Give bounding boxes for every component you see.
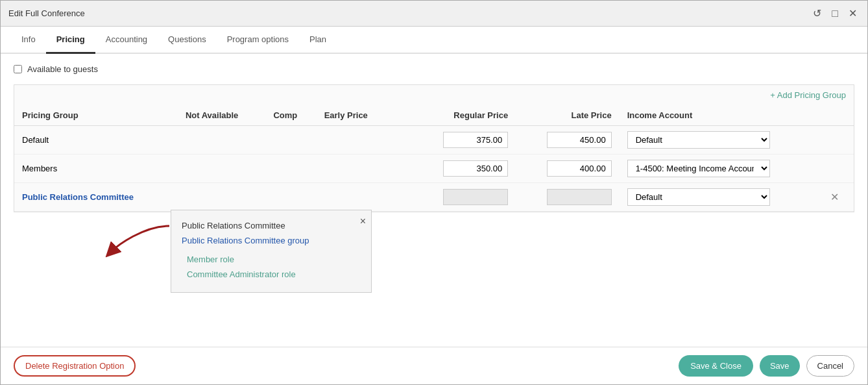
save-button[interactable]: Save	[760, 355, 800, 377]
col-early-price: Early Price	[317, 105, 392, 126]
col-comp: Comp	[265, 105, 316, 126]
dropdown-item[interactable]: Committee Administrator role	[182, 267, 361, 282]
pricing-group-name: Members	[14, 155, 178, 183]
tab-program-options[interactable]: Program options	[217, 27, 299, 54]
tab-pricing[interactable]: Pricing	[46, 27, 95, 54]
table-row: Public Relations Committee	[14, 183, 854, 212]
tab-info[interactable]: Info	[11, 27, 46, 54]
dropdown-close-button[interactable]: ×	[360, 216, 366, 227]
dropdown-item[interactable]: Public Relations Committee group	[182, 233, 361, 248]
col-regular-price: Regular Price	[413, 105, 516, 126]
regular-price-input[interactable]	[443, 132, 508, 148]
comp-cell	[265, 183, 316, 212]
title-bar: Edit Full Conference ↺ □ ✕	[1, 1, 867, 27]
dropdown-popup: × Public Relations Committee Public Rela…	[171, 210, 372, 293]
save-close-button[interactable]: Save & Close	[679, 355, 753, 377]
income-account-select[interactable]: Default	[627, 188, 770, 206]
income-account-cell: Default	[620, 126, 823, 155]
pricing-group-name: Default	[14, 126, 178, 155]
regular-price-cell	[413, 155, 516, 183]
col-income-account: Income Account	[620, 105, 823, 126]
row-actions	[823, 126, 854, 155]
add-pricing-group-button[interactable]: + Add Pricing Group	[14, 85, 854, 105]
window-controls: ↺ □ ✕	[810, 6, 860, 21]
delete-row-button[interactable]: ✕	[830, 191, 839, 203]
late-price-cell	[516, 183, 619, 212]
col-pricing-group: Pricing Group	[14, 105, 178, 126]
pricing-group-link[interactable]: Public Relations Committee	[22, 192, 134, 202]
close-button[interactable]: ✕	[846, 6, 860, 21]
comp-cell	[265, 126, 316, 155]
not-available-cell	[178, 126, 266, 155]
regular-price-cell	[413, 126, 516, 155]
available-guests-label: Available to guests	[27, 64, 98, 74]
spacer-cell	[392, 126, 413, 155]
window-title: Edit Full Conference	[8, 8, 85, 18]
col-late-price: Late Price	[516, 105, 619, 126]
content-area: Available to guests + Add Pricing Group …	[1, 54, 867, 347]
table-row: Default Default	[14, 126, 854, 155]
regular-price-input[interactable]	[443, 160, 508, 177]
refresh-button[interactable]: ↺	[810, 6, 824, 21]
footer-actions: Save & Close Save Cancel	[679, 355, 854, 377]
available-guests-row: Available to guests	[14, 64, 854, 74]
col-spacer	[392, 105, 413, 126]
pricing-section: + Add Pricing Group Pricing Group Not Av…	[14, 84, 854, 212]
income-account-cell: Default	[620, 183, 823, 212]
spacer-cell	[392, 155, 413, 183]
regular-price-input[interactable]	[443, 189, 508, 205]
tab-bar: Info Pricing Accounting Questions Progra…	[1, 27, 867, 54]
not-available-cell	[178, 183, 266, 212]
income-account-select[interactable]: Default	[627, 131, 770, 149]
dropdown-item[interactable]: Member role	[182, 252, 361, 267]
footer: Delete Registration Option Save & Close …	[1, 347, 867, 384]
available-guests-checkbox[interactable]	[14, 65, 22, 73]
dropdown-item[interactable]: Public Relations Committee	[182, 218, 361, 233]
delete-registration-option-button[interactable]: Delete Registration Option	[14, 355, 136, 377]
comp-cell	[265, 155, 316, 183]
early-price-cell	[317, 155, 392, 183]
row-actions: ✕	[823, 183, 854, 212]
late-price-cell	[516, 155, 619, 183]
col-not-available: Not Available	[178, 105, 266, 126]
late-price-input[interactable]	[547, 132, 612, 148]
tab-accounting[interactable]: Accounting	[95, 27, 158, 54]
tab-plan[interactable]: Plan	[299, 27, 337, 54]
main-window: Edit Full Conference ↺ □ ✕ Info Pricing …	[0, 0, 868, 385]
pricing-group-name: Public Relations Committee	[14, 183, 178, 212]
cancel-button[interactable]: Cancel	[806, 355, 854, 377]
late-price-input[interactable]	[547, 189, 612, 205]
spacer-cell	[392, 183, 413, 212]
tab-questions[interactable]: Questions	[158, 27, 217, 54]
late-price-input[interactable]	[547, 160, 612, 177]
regular-price-cell	[413, 183, 516, 212]
late-price-cell	[516, 126, 619, 155]
col-actions	[823, 105, 854, 126]
table-row: Members 1-4500: Meetin	[14, 155, 854, 183]
not-available-cell	[178, 155, 266, 183]
row-actions	[823, 155, 854, 183]
pricing-table: Pricing Group Not Available Comp Early P…	[14, 105, 854, 212]
table-header-row: Pricing Group Not Available Comp Early P…	[14, 105, 854, 126]
income-account-cell: 1-4500: Meeting Income Account Default	[620, 155, 823, 183]
income-account-select[interactable]: 1-4500: Meeting Income Account Default	[627, 160, 770, 177]
early-price-cell	[317, 183, 392, 212]
maximize-button[interactable]: □	[829, 6, 841, 21]
early-price-cell	[317, 126, 392, 155]
